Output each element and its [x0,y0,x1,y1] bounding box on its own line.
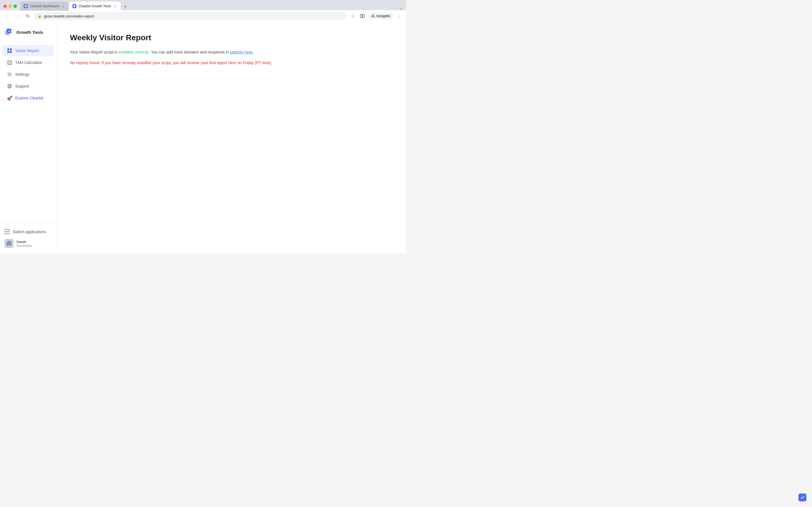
forward-button[interactable]: → [13,12,21,20]
bookmark-button[interactable]: ☆ [349,12,357,20]
address-bar: ← → ↻ 🔒 grow.clearbit.com/visitor-report… [0,10,406,22]
sidebar-item-settings[interactable]: Settings [2,69,54,80]
app-logo-icon [4,27,13,37]
switch-applications-button[interactable]: Switch applications [2,227,54,237]
visitor-report-icon [7,48,12,54]
switch-apps-icon [4,229,10,234]
main-content: Weekly Visitor Report Your Visitor Repor… [56,22,406,253]
svg-rect-13 [8,61,9,62]
close-button[interactable] [3,4,7,8]
svg-rect-28 [8,243,8,244]
no-reports-message: No reports found. If you have recently i… [70,60,393,66]
svg-rect-29 [10,243,10,244]
svg-point-1 [73,5,75,7]
sidebar-item-settings-label: Settings [15,72,30,76]
avatar [4,239,13,248]
svg-rect-3 [363,14,364,18]
url-text: grow.clearbit.com/visitor-report [44,14,343,18]
tab-growth-tools[interactable]: Clearbit Growth Tools ✕ [69,2,121,11]
support-icon [7,83,12,89]
svg-line-24 [8,87,9,88]
traffic-lights [3,4,17,8]
status-text-end: . [252,50,253,54]
tab-expand-button[interactable]: ⌄ [399,5,403,11]
sidebar-item-tam-calculator-label: TAM Calculator [15,60,42,65]
svg-rect-31 [8,241,10,242]
user-name: Sarah [16,240,32,244]
tab-dashboard[interactable]: Clearbit Dashboard ✕ [20,2,68,11]
tab-title-growth-tools: Clearbit Growth Tools [79,4,111,8]
sidebar-navigation: Visitor Report TAM Calculator [0,42,56,223]
svg-point-4 [372,15,374,16]
svg-rect-14 [10,61,11,62]
sidebar-item-tam-calculator[interactable]: TAM Calculator [2,57,54,68]
installed-status-badge: installed correctly [118,50,149,54]
app-container: Growth Tools Visitor Report [0,22,406,253]
sidebar-item-visitor-report[interactable]: Visitor Report [2,45,54,56]
svg-rect-30 [8,244,10,245]
svg-line-25 [10,87,11,88]
user-company: Screenlane [16,244,32,247]
sidebar-item-explore-clearbit[interactable]: 🚀 Explore Clearbit [2,93,54,104]
user-info: Sarah Screenlane [16,240,32,247]
minimize-button[interactable] [8,4,12,8]
svg-rect-18 [10,64,11,64]
user-profile[interactable]: Sarah Screenlane [2,237,54,250]
profile-button[interactable]: Incognito [368,13,393,19]
tab-close-dashboard[interactable]: ✕ [61,4,65,8]
sidebar-item-explore-clearbit-label: Explore Clearbit [15,96,43,100]
tab-bar: Clearbit Dashboard ✕ Clearbit Growth Too… [20,2,403,11]
explore-icon: 🚀 [7,95,12,101]
status-text-suffix: . You can add more domains and recipient… [149,50,230,54]
svg-point-21 [9,86,10,87]
svg-rect-17 [8,64,9,64]
svg-rect-7 [8,31,10,32]
url-bar[interactable]: 🔒 grow.clearbit.com/visitor-report [34,12,347,20]
lock-icon: 🔒 [38,14,42,18]
sidebar-bottom: Switch applications Sarah [0,223,56,253]
tab-favicon-dashboard [24,4,28,8]
svg-rect-11 [10,51,12,53]
tab-title-dashboard: Clearbit Dashboard [30,4,59,8]
svg-line-23 [10,85,11,86]
status-text-prefix: Your Visitor Report script is [70,50,118,54]
svg-point-19 [9,74,10,75]
menu-button[interactable]: ⋮ [395,12,403,20]
settings-here-link[interactable]: settings here [230,50,252,54]
new-tab-button[interactable]: + [121,3,129,11]
svg-rect-9 [10,48,12,50]
svg-rect-8 [7,48,9,50]
title-bar: Clearbit Dashboard ✕ Clearbit Growth Too… [0,0,406,10]
sidebar-logo-text: Growth Tools [16,30,43,35]
status-message: Your Visitor Report script is installed … [70,49,393,55]
svg-rect-12 [8,61,11,64]
svg-rect-15 [8,62,9,63]
svg-rect-2 [360,14,362,18]
svg-line-22 [8,85,9,86]
split-view-button[interactable] [358,12,366,20]
tab-favicon-growth-tools [72,4,77,8]
sidebar-item-visitor-report-label: Visitor Report [15,48,39,53]
svg-point-0 [24,5,27,7]
tam-calculator-icon [7,60,12,65]
sidebar: Growth Tools Visitor Report [0,22,56,253]
profile-label: Incognito [376,14,390,18]
sidebar-logo-area: Growth Tools [0,22,56,42]
back-button[interactable]: ← [3,12,11,20]
switch-applications-label: Switch applications [13,230,46,234]
sidebar-item-support-label: Support [15,84,29,89]
svg-rect-16 [10,62,11,63]
page-title: Weekly Visitor Report [70,33,393,42]
browser-actions: ☆ Incognito ⋮ [349,12,403,20]
tab-close-growth-tools[interactable]: ✕ [113,4,117,8]
sidebar-item-support[interactable]: Support [2,80,54,92]
maximize-button[interactable] [13,4,17,8]
settings-icon [7,71,12,77]
reload-button[interactable]: ↻ [24,12,32,20]
svg-rect-10 [7,51,9,53]
browser-chrome: Clearbit Dashboard ✕ Clearbit Growth Too… [0,0,406,22]
